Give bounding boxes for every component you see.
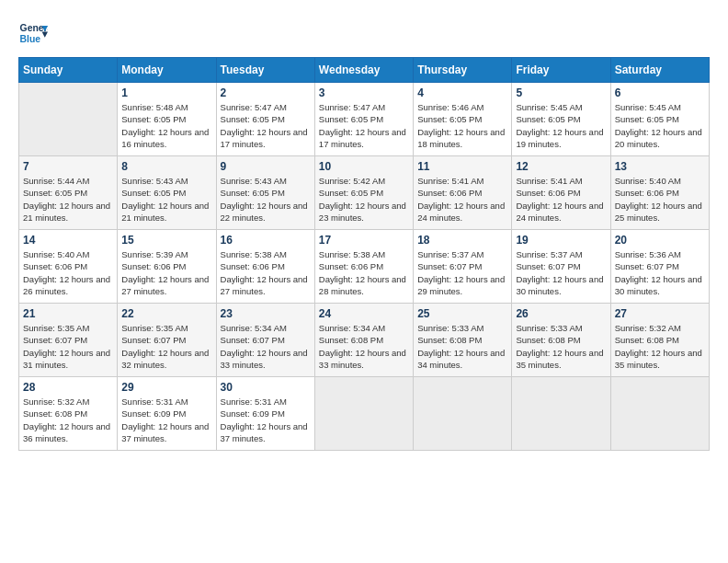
calendar-cell: 14 Sunrise: 5:40 AMSunset: 6:06 PMDaylig… <box>19 230 118 304</box>
calendar-cell: 10 Sunrise: 5:42 AMSunset: 6:05 PMDaylig… <box>314 156 413 230</box>
page-header: General Blue <box>18 18 710 48</box>
calendar-cell: 20 Sunrise: 5:36 AMSunset: 6:07 PMDaylig… <box>610 230 709 304</box>
day-info: Sunrise: 5:44 AMSunset: 6:05 PMDaylight:… <box>23 175 113 224</box>
day-number: 29 <box>121 381 211 394</box>
calendar-cell: 13 Sunrise: 5:40 AMSunset: 6:06 PMDaylig… <box>610 156 709 230</box>
day-number: 3 <box>319 86 409 99</box>
calendar-cell: 23 Sunrise: 5:34 AMSunset: 6:07 PMDaylig… <box>216 304 314 377</box>
calendar-cell <box>314 377 413 451</box>
week-row-1: 1 Sunrise: 5:48 AMSunset: 6:05 PMDayligh… <box>19 83 710 156</box>
calendar-cell: 1 Sunrise: 5:48 AMSunset: 6:05 PMDayligh… <box>118 83 216 156</box>
day-number: 24 <box>319 307 409 320</box>
calendar-cell: 11 Sunrise: 5:41 AMSunset: 6:06 PMDaylig… <box>414 156 512 230</box>
day-info: Sunrise: 5:38 AMSunset: 6:06 PMDaylight:… <box>319 248 409 297</box>
calendar-cell: 7 Sunrise: 5:44 AMSunset: 6:05 PMDayligh… <box>19 156 118 230</box>
calendar-cell: 22 Sunrise: 5:35 AMSunset: 6:07 PMDaylig… <box>118 304 216 377</box>
calendar-cell: 9 Sunrise: 5:43 AMSunset: 6:05 PMDayligh… <box>216 156 314 230</box>
day-info: Sunrise: 5:35 AMSunset: 6:07 PMDaylight:… <box>121 322 211 371</box>
day-info: Sunrise: 5:32 AMSunset: 6:08 PMDaylight:… <box>615 322 705 371</box>
svg-marker-3 <box>42 31 48 37</box>
calendar-cell: 2 Sunrise: 5:47 AMSunset: 6:05 PMDayligh… <box>216 83 314 156</box>
calendar-cell: 8 Sunrise: 5:43 AMSunset: 6:05 PMDayligh… <box>118 156 216 230</box>
calendar-cell: 27 Sunrise: 5:32 AMSunset: 6:08 PMDaylig… <box>610 304 709 377</box>
day-number: 10 <box>319 160 409 173</box>
day-info: Sunrise: 5:41 AMSunset: 6:06 PMDaylight:… <box>516 175 606 224</box>
calendar-cell: 17 Sunrise: 5:38 AMSunset: 6:06 PMDaylig… <box>314 230 413 304</box>
week-row-3: 14 Sunrise: 5:40 AMSunset: 6:06 PMDaylig… <box>19 230 710 304</box>
day-number: 23 <box>221 307 311 320</box>
calendar-cell: 21 Sunrise: 5:35 AMSunset: 6:07 PMDaylig… <box>19 304 118 377</box>
day-info: Sunrise: 5:43 AMSunset: 6:05 PMDaylight:… <box>121 175 211 224</box>
day-number: 30 <box>221 381 311 394</box>
calendar-cell <box>610 377 709 451</box>
weekday-header-thursday: Thursday <box>414 58 512 83</box>
day-info: Sunrise: 5:33 AMSunset: 6:08 PMDaylight:… <box>516 322 606 371</box>
day-info: Sunrise: 5:40 AMSunset: 6:06 PMDaylight:… <box>615 175 705 224</box>
calendar-cell: 28 Sunrise: 5:32 AMSunset: 6:08 PMDaylig… <box>19 377 118 451</box>
calendar-cell: 5 Sunrise: 5:45 AMSunset: 6:05 PMDayligh… <box>512 83 610 156</box>
calendar-cell: 12 Sunrise: 5:41 AMSunset: 6:06 PMDaylig… <box>512 156 610 230</box>
calendar-cell: 6 Sunrise: 5:45 AMSunset: 6:05 PMDayligh… <box>610 83 709 156</box>
day-number: 26 <box>516 307 606 320</box>
day-info: Sunrise: 5:40 AMSunset: 6:06 PMDaylight:… <box>23 248 113 297</box>
day-number: 5 <box>516 86 606 99</box>
day-number: 28 <box>23 381 113 394</box>
day-info: Sunrise: 5:32 AMSunset: 6:08 PMDaylight:… <box>23 396 113 444</box>
logo-icon: General Blue <box>18 18 48 48</box>
calendar-cell: 4 Sunrise: 5:46 AMSunset: 6:05 PMDayligh… <box>414 83 512 156</box>
day-number: 18 <box>417 234 507 247</box>
day-info: Sunrise: 5:34 AMSunset: 6:07 PMDaylight:… <box>221 322 311 371</box>
day-info: Sunrise: 5:31 AMSunset: 6:09 PMDaylight:… <box>221 396 311 444</box>
calendar-cell: 18 Sunrise: 5:37 AMSunset: 6:07 PMDaylig… <box>414 230 512 304</box>
calendar-cell: 24 Sunrise: 5:34 AMSunset: 6:08 PMDaylig… <box>314 304 413 377</box>
calendar-cell: 25 Sunrise: 5:33 AMSunset: 6:08 PMDaylig… <box>414 304 512 377</box>
day-info: Sunrise: 5:38 AMSunset: 6:06 PMDaylight:… <box>221 248 311 297</box>
day-number: 17 <box>319 234 409 247</box>
day-number: 1 <box>121 86 211 99</box>
day-number: 4 <box>417 86 507 99</box>
weekday-header-saturday: Saturday <box>610 58 709 83</box>
logo: General Blue <box>18 18 48 48</box>
day-info: Sunrise: 5:36 AMSunset: 6:07 PMDaylight:… <box>615 248 705 297</box>
weekday-header-sunday: Sunday <box>19 58 118 83</box>
svg-text:Blue: Blue <box>20 34 41 44</box>
weekday-header-tuesday: Tuesday <box>216 58 314 83</box>
day-number: 8 <box>121 160 211 173</box>
day-number: 22 <box>121 307 211 320</box>
day-info: Sunrise: 5:41 AMSunset: 6:06 PMDaylight:… <box>417 175 507 224</box>
weekday-header-friday: Friday <box>512 58 610 83</box>
day-info: Sunrise: 5:47 AMSunset: 6:05 PMDaylight:… <box>319 101 409 150</box>
day-number: 27 <box>615 307 705 320</box>
day-info: Sunrise: 5:43 AMSunset: 6:05 PMDaylight:… <box>221 175 311 224</box>
calendar-cell: 16 Sunrise: 5:38 AMSunset: 6:06 PMDaylig… <box>216 230 314 304</box>
day-info: Sunrise: 5:39 AMSunset: 6:06 PMDaylight:… <box>121 248 211 297</box>
day-number: 13 <box>615 160 705 173</box>
day-number: 14 <box>23 234 113 247</box>
weekday-header-wednesday: Wednesday <box>314 58 413 83</box>
day-info: Sunrise: 5:37 AMSunset: 6:07 PMDaylight:… <box>417 248 507 297</box>
calendar-table: SundayMondayTuesdayWednesdayThursdayFrid… <box>18 57 710 451</box>
day-info: Sunrise: 5:47 AMSunset: 6:05 PMDaylight:… <box>221 101 311 150</box>
day-number: 21 <box>23 307 113 320</box>
weekday-header-monday: Monday <box>118 58 216 83</box>
day-number: 15 <box>121 234 211 247</box>
calendar-cell: 19 Sunrise: 5:37 AMSunset: 6:07 PMDaylig… <box>512 230 610 304</box>
day-info: Sunrise: 5:37 AMSunset: 6:07 PMDaylight:… <box>516 248 606 297</box>
day-info: Sunrise: 5:42 AMSunset: 6:05 PMDaylight:… <box>319 175 409 224</box>
calendar-cell <box>414 377 512 451</box>
calendar-cell: 15 Sunrise: 5:39 AMSunset: 6:06 PMDaylig… <box>118 230 216 304</box>
day-number: 20 <box>615 234 705 247</box>
weekday-header-row: SundayMondayTuesdayWednesdayThursdayFrid… <box>19 58 710 83</box>
day-info: Sunrise: 5:35 AMSunset: 6:07 PMDaylight:… <box>23 322 113 371</box>
week-row-2: 7 Sunrise: 5:44 AMSunset: 6:05 PMDayligh… <box>19 156 710 230</box>
day-number: 12 <box>516 160 606 173</box>
day-info: Sunrise: 5:45 AMSunset: 6:05 PMDaylight:… <box>615 101 705 150</box>
day-info: Sunrise: 5:48 AMSunset: 6:05 PMDaylight:… <box>121 101 211 150</box>
day-number: 25 <box>417 307 507 320</box>
day-info: Sunrise: 5:45 AMSunset: 6:05 PMDaylight:… <box>516 101 606 150</box>
week-row-5: 28 Sunrise: 5:32 AMSunset: 6:08 PMDaylig… <box>19 377 710 451</box>
calendar-cell <box>512 377 610 451</box>
day-number: 19 <box>516 234 606 247</box>
day-number: 7 <box>23 160 113 173</box>
calendar-cell: 29 Sunrise: 5:31 AMSunset: 6:09 PMDaylig… <box>118 377 216 451</box>
